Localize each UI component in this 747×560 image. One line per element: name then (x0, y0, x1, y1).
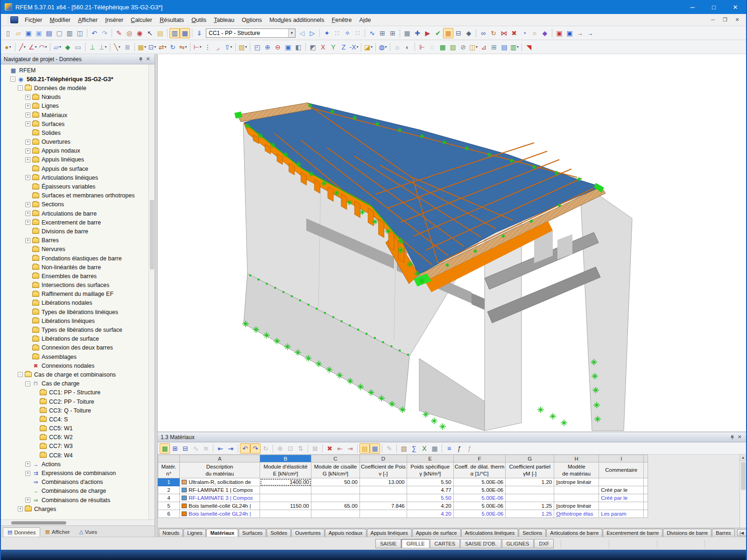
column-header-E[interactable]: Poids spécifiqueγ [kN/m³] (407, 462, 453, 478)
view-minus-x-button[interactable]: -X▾ (349, 42, 359, 52)
tree-item-560-21-telepherique-3s-g2-g3[interactable]: -◉560.21-Téléphérique 3S-G2-G3* (1, 75, 148, 84)
expand-icon[interactable]: + (25, 104, 30, 109)
dropdown-icon[interactable]: ▾ (164, 45, 166, 49)
rotate-view-button[interactable]: ↻ (488, 28, 499, 38)
picture-export-button[interactable]: ▧ (399, 443, 409, 454)
new-member-button[interactable]: ╲▾ (112, 42, 122, 52)
zoom-target-button[interactable]: ◉ (134, 28, 145, 38)
table-tab-surfaces[interactable]: Surfaces (239, 529, 266, 537)
new-polyline-button[interactable]: ∠▾ (28, 42, 38, 52)
tree-item-types-de-liberations-lineiques[interactable]: +Types de libérations linéiques (1, 308, 148, 316)
cell-6-I[interactable]: Les param (599, 510, 644, 518)
dropdown-icon[interactable]: ▾ (59, 45, 61, 49)
tree-item-appuis-nodaux[interactable]: +Appuis nodaux (1, 147, 148, 155)
mirror-copy-button[interactable]: ⇋▾ (178, 42, 188, 52)
navigator-tab-afficher[interactable]: ▦Afficher (40, 527, 74, 537)
cell-1-desc[interactable]: Ultralam-R, sollicitation de (180, 478, 260, 486)
partial-view-button[interactable]: ◫▾ (468, 42, 479, 52)
scroll-up-icon[interactable]: ▲ (740, 455, 746, 461)
tree-item-connexions-nodales[interactable]: +✖Connexions nodales (1, 361, 148, 370)
cell-1-B[interactable]: 1400.00 (260, 478, 311, 486)
view-blue-button[interactable]: ▦ (370, 443, 380, 454)
column-header-num[interactable]: Matér.n° (158, 462, 180, 478)
undo-button[interactable]: ↶ (89, 28, 99, 38)
table-tab-lignes[interactable]: Lignes (183, 529, 206, 537)
column-letter-C[interactable]: C (311, 455, 360, 462)
column-letter-I[interactable]: I (599, 455, 644, 462)
cell-6-B[interactable] (260, 510, 311, 518)
display-properties-button[interactable]: ▦ (443, 28, 453, 38)
table-jump-button[interactable]: ⊟ (180, 443, 190, 454)
new-rib-button[interactable]: ≣ (122, 42, 133, 52)
model-menu-icon[interactable] (10, 16, 18, 23)
tree-item-materiaux[interactable]: +Matériaux (1, 111, 148, 119)
new-line-button[interactable]: ╱▾ (17, 42, 28, 52)
cell-4-D[interactable] (360, 494, 407, 502)
new-opening-button[interactable]: ▭ (73, 42, 83, 52)
new-node-button[interactable]: ●▾ (3, 42, 13, 52)
tree-item-combinaisons-de-resultats[interactable]: +⇒Combinaisons de résultats (1, 496, 148, 504)
tree-item-liberations-de-surface[interactable]: +Libérations de surface (1, 335, 148, 343)
tree-item-cc3-q-toiture[interactable]: +CC3: Q - Toiture (1, 406, 148, 415)
tree-horizontal-scrollbar[interactable] (1, 519, 155, 525)
expand-icon[interactable]: + (25, 462, 30, 467)
toggle-navigator-button[interactable]: ▥ (169, 28, 180, 38)
tree-item-lignes[interactable]: +Lignes (1, 102, 148, 111)
cell-1-F[interactable]: 5.00E-06 (453, 478, 506, 486)
tree-item-fondations-elastiques-de-barre[interactable]: +Fondations élastiques de barre (1, 254, 148, 263)
dropdown-icon[interactable]: ▾ (356, 45, 358, 49)
cell-4-E[interactable]: 5.50 (407, 494, 453, 502)
select-window-button[interactable]: ▦▾ (137, 42, 147, 52)
cell-5-I[interactable] (599, 502, 644, 510)
refresh-table-button[interactable]: ↻ (261, 443, 271, 454)
zoom-extents-button[interactable]: ▣ (283, 42, 293, 52)
units-settings-button[interactable]: ⊟ (453, 28, 464, 38)
mesh-settings-button[interactable]: ✚ (412, 28, 423, 38)
dropdown-icon[interactable]: ▾ (200, 45, 202, 49)
table-tab-solides[interactable]: Solides (267, 529, 291, 537)
table-tab-materiaux[interactable]: Matériaux (206, 529, 238, 537)
tree-vertical-scrollbar[interactable] (148, 64, 155, 519)
menu-resultats[interactable]: Résultats (156, 15, 188, 25)
column-header-D[interactable]: Coefficient de Poisν [-] (360, 462, 407, 478)
tree-item-connexion-des-deux-barres[interactable]: +Connexion des deux barres (1, 343, 148, 352)
cell-5-E[interactable]: 4.20 (407, 502, 453, 510)
column-letter-E[interactable]: E (407, 455, 453, 462)
zoom-window-button[interactable]: ◰ (252, 42, 262, 52)
display-loads-button[interactable]: ⊩ (417, 42, 427, 52)
expand-icon[interactable]: + (25, 140, 30, 145)
table-chart-2-button[interactable]: ≋ (201, 443, 211, 454)
cell-4-H[interactable] (554, 494, 599, 502)
redo-table-button[interactable]: ↷ (250, 443, 261, 454)
dropdown-icon[interactable]: ▾ (144, 45, 146, 49)
corner-cell[interactable] (158, 455, 180, 462)
tree-item-barres[interactable]: +Barres (1, 236, 148, 245)
zoom-region-button[interactable]: ◎ (124, 28, 134, 38)
statistics-button[interactable]: ≡ (444, 443, 454, 454)
connect-members-button[interactable]: ⊢▾ (192, 42, 203, 52)
tree-item-cc6-w2[interactable]: +CC6: W2 (1, 433, 148, 442)
menu-options[interactable]: Options (238, 15, 266, 25)
extrude-button[interactable]: ⇧▾ (223, 42, 233, 52)
interior-panel[interactable] (557, 234, 572, 259)
fx-off-button[interactable]: ƒ (465, 443, 475, 454)
tree-item-excentrement-de-barre[interactable]: +Excentrement de barre (1, 218, 148, 227)
tree-item-non-linearites-de-barre[interactable]: +Non-linéarités de barre (1, 263, 148, 272)
previous-load-case-button[interactable]: ◁ (297, 28, 307, 38)
menu-afficher[interactable]: Afficher (74, 15, 101, 25)
cell-2-F[interactable]: 5.00E-06 (453, 486, 506, 494)
edit-selection-button[interactable]: ▧▾ (238, 42, 248, 52)
expand-icon[interactable]: + (25, 121, 30, 126)
table-insert-button[interactable]: ⊞ (170, 443, 180, 454)
tree-item-liberations-lineiques[interactable]: +Libérations linéiques (1, 316, 148, 325)
open-file-button[interactable]: ▱ (13, 28, 23, 38)
cell-6-E[interactable]: 4.20 (407, 510, 453, 518)
result-table-button[interactable]: ⊞ (377, 28, 388, 38)
column-header-F[interactable]: Coeff. de dilat. thermα [1/°C] (453, 462, 506, 478)
column-letter-B[interactable]: B (260, 455, 311, 462)
table-tab-ouvertures[interactable]: Ouvertures (291, 529, 324, 537)
round-corner-button[interactable]: ◞ (213, 42, 223, 52)
row-header-6[interactable]: 6 (158, 510, 180, 518)
menu-aide[interactable]: Aide (355, 15, 374, 25)
show-loads-button[interactable]: ✦ (322, 28, 332, 38)
